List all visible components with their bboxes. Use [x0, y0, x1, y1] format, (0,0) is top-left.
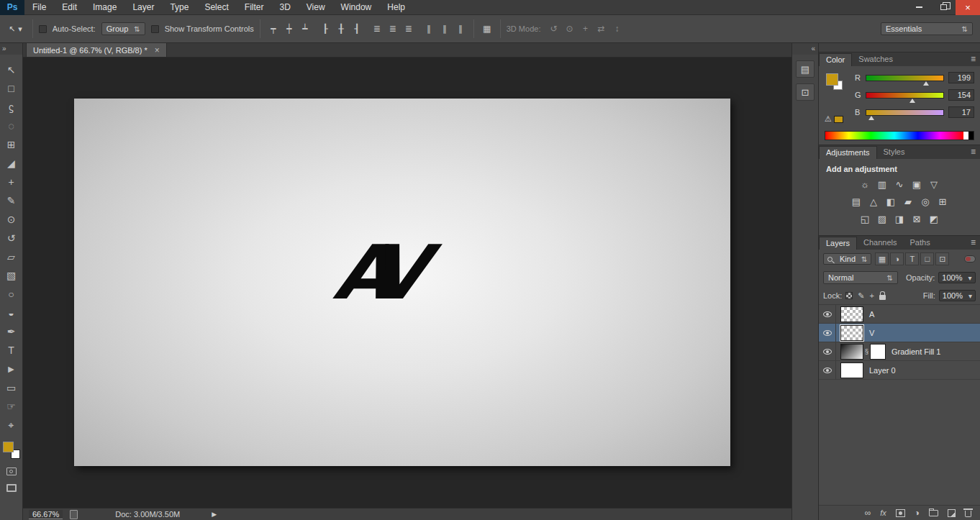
3d-rotate-icon[interactable]: ↺ [546, 22, 561, 36]
red-slider-thumb[interactable] [923, 81, 929, 86]
align-top-edges-icon[interactable]: ┯ [266, 22, 281, 36]
menu-layer[interactable]: Layer [124, 0, 162, 15]
align-bottom-edges-icon[interactable]: ┷ [298, 22, 312, 36]
layer-style-icon[interactable]: fx [880, 508, 886, 517]
panel-menu-icon[interactable]: ≡ [966, 147, 980, 159]
layer-thumbnail[interactable] [840, 306, 863, 322]
minimize-button[interactable] [907, 0, 931, 15]
crop-tool[interactable]: ⊞ [1, 135, 22, 154]
distribute-left-edges-icon[interactable]: ∥ [422, 22, 436, 36]
opacity-dropdown[interactable]: 100% ▾ [938, 272, 975, 283]
layer-row-a[interactable]: A [819, 305, 980, 324]
exposure-icon[interactable]: ▣ [909, 178, 925, 191]
color-spectrum-ramp[interactable] [825, 132, 963, 140]
blue-value-field[interactable]: 17 [948, 106, 974, 118]
dodge-tool[interactable]: ◒ [1, 304, 22, 322]
lasso-tool[interactable]: ϛ [1, 98, 22, 117]
rectangular-marquee-tool[interactable]: □ [1, 79, 22, 98]
tab-layers[interactable]: Layers [819, 237, 857, 250]
add-layer-mask-icon[interactable] [896, 509, 905, 517]
document-canvas[interactable]: AV [74, 99, 730, 466]
tab-paths[interactable]: Paths [904, 237, 937, 250]
black-ramp-swatch[interactable] [968, 132, 974, 140]
tool-preset-picker[interactable]: ↖ ▾ [4, 23, 27, 35]
foreground-color-swatch[interactable] [826, 73, 838, 86]
lock-position-icon[interactable]: + [870, 291, 874, 300]
green-slider-thumb[interactable] [909, 99, 915, 103]
move-tool[interactable]: ↖ [1, 60, 22, 79]
red-slider[interactable] [866, 75, 944, 81]
panel-menu-icon[interactable]: ≡ [966, 54, 980, 66]
tools-panel-expander[interactable]: » [0, 43, 22, 55]
blue-slider-thumb[interactable] [868, 116, 874, 120]
tab-adjustments[interactable]: Adjustments [819, 146, 877, 159]
close-button[interactable]: × [956, 0, 980, 15]
link-layers-icon[interactable]: ∞ [865, 508, 871, 518]
eraser-tool[interactable]: ▱ [1, 247, 22, 266]
restore-button[interactable] [931, 0, 956, 15]
menu-help[interactable]: Help [379, 0, 413, 15]
blur-tool[interactable]: ○ [1, 285, 22, 304]
filter-shape-layers-icon[interactable]: □ [920, 252, 934, 265]
3d-roll-icon[interactable]: ⊙ [562, 22, 576, 36]
workspace-dropdown[interactable]: Essentials ⇅ [881, 22, 973, 35]
gradient-fill-thumbnail[interactable] [840, 344, 863, 360]
type-tool[interactable]: T [1, 341, 22, 360]
blend-mode-dropdown[interactable]: Normal ⇅ [823, 271, 898, 284]
gradient-map-icon[interactable]: ◩ [927, 212, 942, 226]
auto-select-dropdown[interactable]: Group ⇅ [101, 22, 145, 35]
gamut-swatch[interactable] [834, 116, 843, 123]
brush-tool[interactable]: ✎ [1, 191, 22, 210]
document-tab[interactable]: Untitled-1 @ 66.7% (V, RGB/8) * × [26, 42, 167, 57]
foreground-color-swatch[interactable] [3, 442, 14, 452]
vibrance-icon[interactable]: ▽ [927, 178, 942, 191]
3d-drag-icon[interactable]: + [578, 22, 592, 36]
blue-slider[interactable] [866, 109, 944, 116]
hue-saturation-icon[interactable]: ▤ [849, 195, 864, 209]
menu-3d[interactable]: 3D [271, 0, 298, 15]
quick-selection-tool[interactable]: ◌ [1, 117, 22, 135]
panel-menu-icon[interactable]: ≡ [966, 237, 980, 250]
lock-all-icon[interactable] [879, 295, 886, 300]
hand-tool[interactable]: ☞ [1, 397, 22, 416]
filter-type-layers-icon[interactable]: T [905, 252, 919, 265]
white-ramp-swatch[interactable] [963, 132, 968, 140]
quick-mask-button[interactable] [6, 467, 17, 475]
layer-row-layer0[interactable]: Layer 0 [819, 361, 980, 380]
menu-window[interactable]: Window [333, 0, 380, 15]
layer-row-v[interactable]: V [819, 324, 980, 342]
menu-view[interactable]: View [299, 0, 333, 15]
curves-icon[interactable]: ∿ [892, 178, 907, 191]
lock-transparency-icon[interactable] [845, 292, 853, 299]
align-left-edges-icon[interactable]: ┠ [318, 22, 332, 36]
levels-icon[interactable]: ▥ [875, 178, 890, 191]
threshold-icon[interactable]: ◨ [892, 212, 907, 226]
show-transform-checkbox[interactable] [151, 25, 159, 33]
menu-type[interactable]: Type [162, 0, 196, 15]
invert-icon[interactable]: ◱ [858, 212, 873, 226]
layer-filter-kind-dropdown[interactable]: Kind ⇅ [823, 253, 871, 265]
auto-align-layers-icon[interactable]: ▦ [480, 22, 494, 36]
distribute-bottom-edges-icon[interactable]: ≣ [401, 22, 416, 36]
gradient-tool[interactable]: ▧ [1, 266, 22, 285]
tab-swatches[interactable]: Swatches [852, 53, 899, 66]
green-slider[interactable] [866, 92, 944, 99]
expand-panels-button[interactable]: « [792, 43, 818, 55]
visibility-cell[interactable] [819, 305, 836, 323]
history-panel-icon[interactable]: ▤ [796, 60, 815, 78]
layer-mask-thumbnail[interactable] [870, 344, 886, 360]
black-and-white-icon[interactable]: ◧ [884, 195, 899, 209]
layer-row-gradient-fill[interactable]: § Gradient Fill 1 [819, 342, 980, 361]
visibility-cell[interactable] [819, 342, 836, 360]
tab-channels[interactable]: Channels [857, 237, 903, 250]
lock-pixels-icon[interactable]: ✎ [858, 291, 864, 301]
layer-filter-toggle[interactable] [964, 255, 976, 263]
gamut-warning-icon[interactable]: ⚠ [825, 114, 832, 124]
3d-slide-icon[interactable]: ⇄ [594, 22, 608, 36]
auto-select-checkbox[interactable] [39, 25, 47, 33]
menu-filter[interactable]: Filter [237, 0, 272, 15]
new-layer-icon[interactable] [948, 509, 956, 517]
properties-panel-icon[interactable]: ⊡ [796, 83, 815, 101]
filter-smart-objects-icon[interactable]: ⊡ [935, 252, 949, 265]
rectangle-tool[interactable]: ▭ [1, 378, 22, 397]
